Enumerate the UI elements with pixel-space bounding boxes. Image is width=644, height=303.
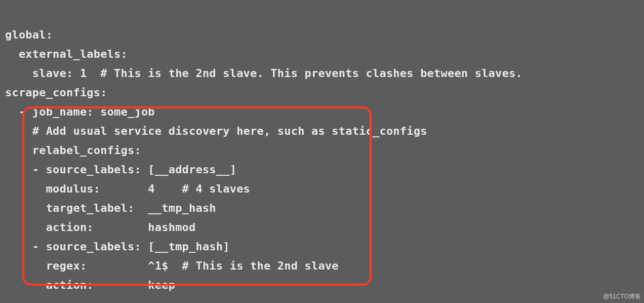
watermark: @51CTO博客 bbox=[603, 292, 641, 301]
code-line: scrape_configs: bbox=[5, 86, 107, 99]
code-line: action: keep bbox=[5, 279, 175, 291]
code-line: modulus: 4 # 4 slaves bbox=[5, 182, 250, 195]
code-line: - source_labels: [__address__] bbox=[5, 163, 236, 176]
code-line: - job_name: some_job bbox=[5, 105, 155, 118]
code-line: - source_labels: [__tmp_hash] bbox=[5, 240, 230, 253]
code-line: action: hashmod bbox=[5, 221, 195, 234]
code-line: external_labels: bbox=[5, 48, 128, 60]
code-line: global: bbox=[5, 28, 53, 41]
code-block: global: external_labels: slave: 1 # This… bbox=[0, 0, 644, 301]
code-line: relabel_configs: bbox=[5, 144, 141, 157]
code-line: slave: 1 # This is the 2nd slave. This p… bbox=[5, 67, 522, 80]
code-line: target_label: __tmp_hash bbox=[5, 202, 216, 214]
code-line: # Add usual service discovery here, such… bbox=[5, 125, 427, 137]
code-line: regex: ^1$ # This is the 2nd slave bbox=[5, 259, 339, 272]
